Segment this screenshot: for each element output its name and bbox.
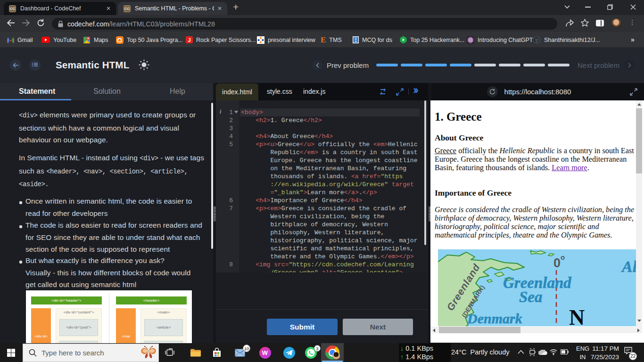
svg-text:Sea: Sea <box>519 288 543 305</box>
svg-text:Denmark: Denmark <box>467 311 522 326</box>
svg-text:Al: Al <box>621 258 636 275</box>
svg-text:o: o <box>561 253 565 261</box>
svg-text:N: N <box>569 305 585 326</box>
svg-text:0: 0 <box>553 256 561 270</box>
svg-text:J: J <box>188 37 190 43</box>
